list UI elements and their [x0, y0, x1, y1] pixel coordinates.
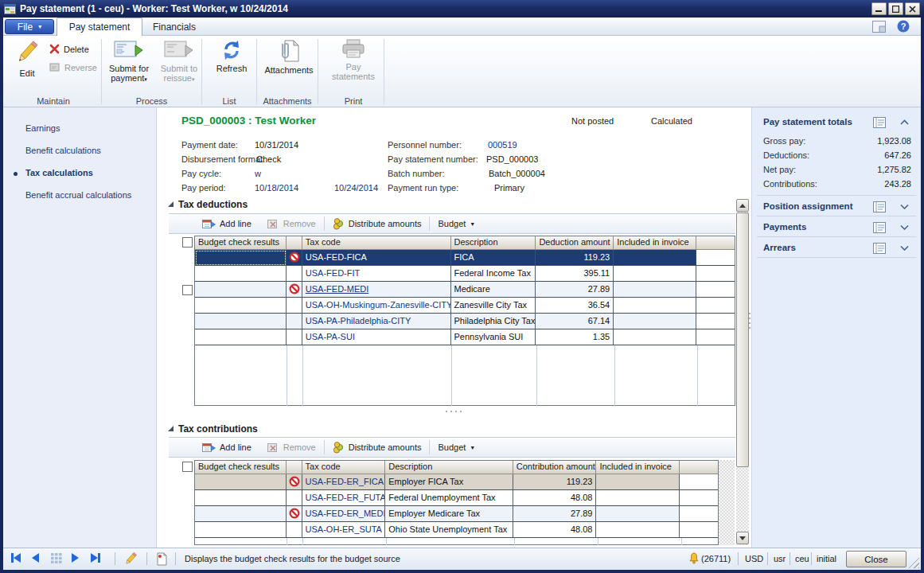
included-cell[interactable]: [596, 490, 680, 506]
row-select-checkbox[interactable]: [182, 285, 193, 295]
previous-record-button[interactable]: [32, 553, 39, 563]
factbox-payments[interactable]: Payments: [752, 219, 922, 236]
table-row[interactable]: USA-OH-Muskingum-Zanesville-CITY Zanesvi…: [195, 298, 735, 314]
user-indicator[interactable]: usr: [774, 554, 786, 563]
amount-cell[interactable]: 1.35: [536, 329, 614, 345]
company-indicator[interactable]: ceu: [795, 554, 809, 563]
amount-cell[interactable]: 119.23: [536, 250, 614, 266]
budget-check-cell[interactable]: [195, 522, 287, 538]
column-header-included-in-invoice[interactable]: Included in invoice: [596, 461, 680, 474]
budget-check-cell[interactable]: [195, 298, 287, 314]
table-row[interactable]: USA-FED-ER_FICA Employer FICA Tax 119.23: [195, 474, 718, 490]
included-cell[interactable]: [614, 282, 696, 298]
sidebar-item-benefit-calculations[interactable]: Benefit calculations: [25, 146, 101, 155]
table-row[interactable]: USA-FED-ER_MEDI Employer Medicare Tax 27…: [195, 506, 718, 522]
column-header-deduction-amount[interactable]: Deduction amount: [536, 236, 614, 250]
factbox-pay-statement-totals[interactable]: Pay statement totals: [752, 114, 922, 131]
table-row[interactable]: USA-FED-ER_FUTA Federal Unemployment Tax…: [195, 490, 718, 506]
chevron-down-icon[interactable]: [900, 204, 909, 209]
submit-to-reissue-button[interactable]: Submit to reissue▾: [156, 39, 202, 84]
tax-code-cell[interactable]: USA-PA-SUI: [302, 329, 451, 345]
file-menu-button[interactable]: File▾: [5, 19, 54, 34]
distribute-amounts-button[interactable]: Distribute amounts: [325, 439, 430, 456]
tab-pay-statement[interactable]: Pay statement: [57, 18, 142, 36]
panel-splitter-handle[interactable]: [749, 313, 751, 329]
minimize-button[interactable]: [871, 2, 887, 15]
sidebar-item-benefit-accrual-calculations[interactable]: Benefit accrual calculations: [25, 190, 131, 200]
table-row[interactable]: USA-FED-FICA FICA 119.23: [195, 250, 735, 266]
remove-button[interactable]: Remove: [259, 439, 324, 456]
scroll-down-button[interactable]: [736, 532, 749, 544]
remove-button[interactable]: Remove: [259, 215, 324, 232]
amount-cell[interactable]: 119.23: [513, 474, 597, 490]
description-cell[interactable]: Employer FICA Tax: [385, 474, 513, 490]
pay-cycle-value[interactable]: w: [255, 169, 261, 178]
description-cell[interactable]: Federal Income Tax: [451, 266, 536, 282]
submit-for-payment-button[interactable]: Submit for payment▾: [105, 39, 153, 84]
tax-code-cell[interactable]: USA-FED-ER_FICA: [302, 474, 386, 490]
table-row[interactable]: USA-PA-SUI Pennsylvania SUI 1.35: [195, 329, 735, 345]
budget-check-cell[interactable]: [195, 506, 287, 522]
budget-check-cell[interactable]: [195, 282, 287, 298]
edit-button[interactable]: Edit: [10, 39, 45, 78]
reverse-button[interactable]: Reverse: [49, 62, 97, 72]
included-cell[interactable]: [596, 474, 680, 490]
distribute-amounts-button[interactable]: Distribute amounts: [325, 215, 430, 232]
table-row[interactable]: USA-FED-FIT Federal Income Tax 395.11: [195, 266, 735, 282]
delete-button[interactable]: Delete: [49, 44, 89, 54]
column-header-icon[interactable]: [287, 236, 302, 250]
amount-cell[interactable]: 67.14: [536, 314, 614, 329]
close-window-button[interactable]: [905, 2, 920, 15]
table-row[interactable]: USA-PA-Philadelphia-CITY Philadelphia Ci…: [195, 314, 735, 329]
currency-indicator[interactable]: USD: [745, 554, 763, 563]
column-header-description[interactable]: Description: [451, 236, 536, 250]
included-cell[interactable]: [614, 266, 696, 282]
edit-record-icon[interactable]: [124, 552, 138, 566]
chevron-up-icon[interactable]: [900, 119, 909, 125]
budget-check-cell[interactable]: [195, 329, 287, 345]
disbursement-format-value[interactable]: Check: [256, 154, 281, 164]
sidebar-item-earnings[interactable]: Earnings: [25, 123, 60, 133]
column-header-tax-code[interactable]: Tax code: [302, 461, 386, 474]
sidebar-item-tax-calculations[interactable]: Tax calculations: [25, 168, 93, 177]
included-cell[interactable]: [614, 329, 696, 345]
column-header-budget-check[interactable]: Budget check results: [195, 461, 287, 474]
budget-check-cell[interactable]: [195, 266, 287, 282]
factbox-arrears[interactable]: Arrears: [752, 240, 922, 257]
description-cell[interactable]: Federal Unemployment Tax: [385, 490, 513, 506]
amount-cell[interactable]: 27.89: [536, 282, 614, 298]
notifications-count[interactable]: (26711): [701, 554, 731, 563]
tax-code-cell[interactable]: USA-FED-FICA: [302, 250, 451, 266]
tax-code-cell[interactable]: USA-FED-FIT: [302, 266, 451, 282]
payment-run-type-value[interactable]: Primary: [494, 183, 524, 193]
chevron-down-icon[interactable]: [900, 224, 909, 230]
column-header-budget-check[interactable]: Budget check results: [195, 236, 287, 250]
select-all-checkbox[interactable]: [182, 237, 193, 248]
tax-code-cell[interactable]: USA-OH-Muskingum-Zanesville-CITY: [302, 298, 451, 314]
select-all-checkbox[interactable]: [182, 462, 193, 472]
included-cell[interactable]: [614, 250, 696, 266]
description-cell[interactable]: Medicare: [451, 282, 536, 298]
column-header-tax-code[interactable]: Tax code: [302, 236, 451, 250]
description-cell[interactable]: FICA: [451, 250, 536, 266]
tax-code-cell[interactable]: USA-FED-MEDI: [302, 282, 451, 298]
layout-panels-icon[interactable]: [872, 21, 886, 33]
factbox-position-assignment[interactable]: Position assignment: [752, 198, 922, 216]
included-cell[interactable]: [614, 298, 696, 314]
included-cell[interactable]: [614, 314, 696, 329]
pay-period-end-value[interactable]: 10/24/2014: [334, 183, 378, 193]
notifications-bell-icon[interactable]: [688, 552, 700, 564]
scrollbar-thumb[interactable]: [736, 212, 749, 467]
grid-view-icon[interactable]: [51, 553, 62, 563]
description-cell[interactable]: Pennsylvania SUI: [451, 329, 536, 345]
collapse-triangle-icon[interactable]: [168, 426, 173, 431]
budget-check-cell[interactable]: [195, 250, 287, 266]
table-row[interactable]: USA-FED-MEDI Medicare 27.89: [195, 282, 735, 298]
last-record-button[interactable]: [91, 553, 100, 563]
pay-period-start-value[interactable]: 10/18/2014: [255, 183, 298, 193]
included-cell[interactable]: [596, 522, 680, 538]
amount-cell[interactable]: 395.11: [536, 266, 614, 282]
add-line-button[interactable]: Add line: [194, 439, 259, 456]
column-header-contribution-amount[interactable]: Contribution amount: [513, 461, 597, 474]
chevron-down-icon[interactable]: [900, 245, 909, 251]
